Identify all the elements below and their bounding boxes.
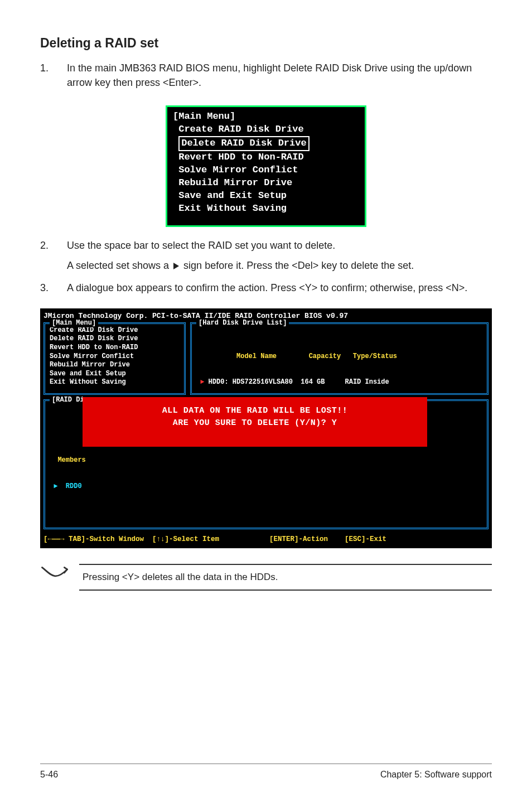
bios-menu-title: [Main Menu] [173,110,359,123]
step-text: A dialogue box appears to confirm the ac… [67,281,492,295]
bios-main-menu-small: [Main Menu] Create RAID Disk Drive Delet… [166,105,366,227]
dialog-line: ALL DATA ON THE RAID WILL BE LOST!! [88,405,422,418]
bios-menu-item-selected: Delete RAID Disk Drive [173,136,359,151]
bios-menu-item: Revert HDD to Non-RAID [173,151,359,164]
step-text: Use the space bar to select the RAID set… [67,240,335,251]
bios-menu-item: Delete RAID Disk Drive [50,335,180,344]
bios-menu-item: Solve Mirror Conflict [173,164,359,177]
panel-title: [Main Menu] [50,319,98,328]
list-row: ► HDD0: HDS722516VLSA80 164 GB RAID Insi… [196,378,482,387]
bios-keybar: [←——→ TAB]-Switch Window [↑↓]-Select Ite… [43,535,489,544]
bios-menu-item: Save and Exit Setup [50,370,180,379]
panel-title: [Hard Disk Drive List] [196,319,289,328]
bios-menu-item: Create RAID Disk Drive [173,123,359,136]
bios-menu-item: Exit Without Saving [173,202,359,215]
bios-menu-item: Save and Exit Setup [173,190,359,202]
bios-menu-item: Exit Without Saving [50,378,180,387]
step-number: 1. [40,61,67,90]
bios-main-menu-panel: [Main Menu] Create RAID Disk Drive Delet… [43,322,186,395]
bios-menu-item: Rebuild Mirror Drive [173,177,359,190]
note-icon [40,565,69,590]
members-label: Members [50,456,482,465]
bios-menu-item: Solve Mirror Conflict [50,352,180,361]
list-header: Model Name Capacity Type/Status [196,352,482,361]
bios-drive-list-panel: [Hard Disk Drive List] Model Name Capaci… [190,322,489,395]
panel-title: [RAID Di [50,396,86,405]
bios-menu-item: Revert HDD to Non-RAID [50,344,180,352]
raid-row: ► RDD0 [50,482,482,491]
section-heading: Deleting a RAID set [40,36,492,51]
note-text: Pressing <Y> deletes all the data in the… [79,564,492,591]
triangle-icon [173,263,179,269]
dialog-line: ARE YOU SURE TO DELETE (Y/N)? Y [88,417,422,430]
step-number: 3. [40,281,67,295]
confirm-dialog: ALL DATA ON THE RAID WILL BE LOST!! ARE … [83,397,427,447]
bios-full-screen: JMicron Technology Corp. PCI-to-SATA II/… [40,308,492,548]
step-text: In the main JMB363 RAID BIOS menu, highl… [67,61,492,90]
page-number: 5-46 [40,770,58,780]
chapter-label: Chapter 5: Software support [380,770,492,780]
step-number: 2. [40,238,67,273]
bios-menu-item: Rebuild Mirror Drive [50,361,180,370]
step-subtext: A selected set shows a sign before it. P… [67,258,492,273]
